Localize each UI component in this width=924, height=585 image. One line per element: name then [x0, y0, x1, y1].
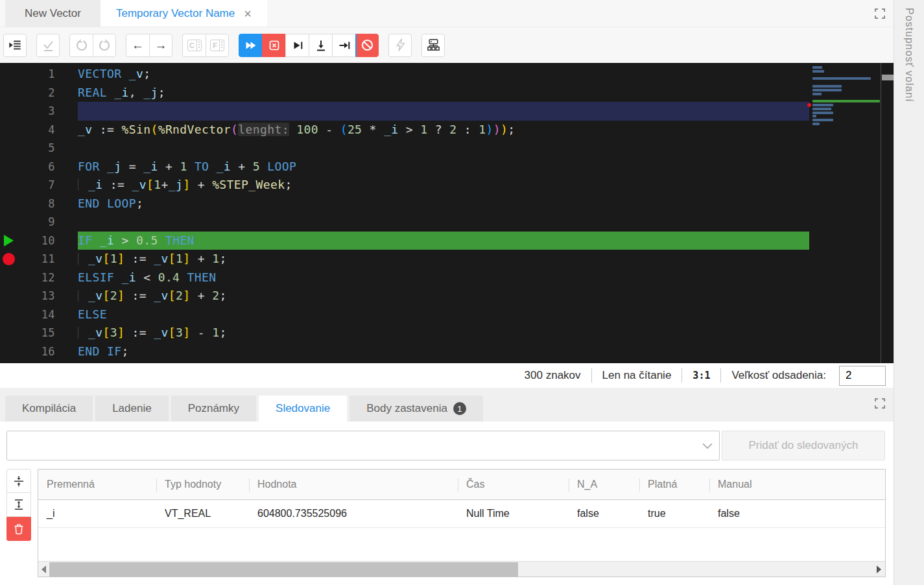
scrollbar-thumb[interactable]	[882, 75, 894, 80]
minimap-line	[812, 100, 880, 102]
delete-watch-button[interactable]	[6, 517, 31, 541]
code-text: _v := %Sin(%RndVector(lenght: 100 - (25 …	[78, 121, 809, 139]
breakpoint-margin[interactable]	[0, 324, 19, 342]
stop-debug-button[interactable]	[262, 34, 285, 57]
code-line-4[interactable]: 4_v := %Sin(%RndVector(lenght: 100 - (25…	[0, 121, 894, 139]
collapse-all-button[interactable]	[6, 469, 31, 493]
table-row[interactable]: _iVT_REAL604800.735525096Null Timefalset…	[38, 500, 885, 528]
watch-table-body: _iVT_REAL604800.735525096Null Timefalset…	[38, 500, 885, 528]
breakpoint-margin[interactable]	[0, 250, 19, 269]
expand-all-icon	[12, 498, 25, 511]
code-line-7[interactable]: 7_i := _v[1+_j] + %STEP_Week;	[0, 176, 894, 195]
debug-group	[239, 34, 379, 57]
tab-ladenie[interactable]: Ladenie	[95, 396, 169, 422]
code-line-14[interactable]: 14ELSE	[0, 305, 894, 324]
tab-body-zastavenia[interactable]: Body zastavenia 1	[349, 396, 483, 422]
expand-all-button[interactable]	[6, 493, 31, 517]
table-cell: false	[569, 500, 639, 527]
step-over-button[interactable]	[285, 34, 309, 57]
scroll-left-icon[interactable]	[41, 566, 46, 573]
breakpoint-margin[interactable]	[0, 287, 19, 305]
scroll-right-icon[interactable]	[877, 566, 881, 573]
tab-poznamky[interactable]: Poznámky	[171, 396, 256, 422]
stop-icon	[268, 39, 281, 52]
fullscreen-icon[interactable]	[874, 398, 886, 409]
trigger-icon	[394, 38, 407, 52]
watch-horizontal-scrollbar[interactable]	[38, 561, 885, 577]
code-line-16[interactable]: 16END IF;	[0, 342, 894, 361]
breakpoint-margin[interactable]	[0, 102, 19, 121]
trigger-button[interactable]	[388, 34, 412, 57]
callstack-sidebar[interactable]: Postupnosť volaní	[894, 0, 924, 585]
editor-toolbar: ← → C F	[0, 27, 894, 63]
close-icon[interactable]: ×	[244, 7, 252, 20]
tab-new-vector[interactable]: New Vector	[5, 0, 101, 27]
watch-expression-input[interactable]	[7, 431, 696, 460]
code-line-1[interactable]: 1VECTOR _v;	[0, 65, 894, 84]
code-line-8[interactable]: 8END LOOP;	[0, 195, 894, 213]
chevron-down-icon[interactable]	[696, 443, 719, 449]
undo-button[interactable]	[69, 34, 93, 57]
code-text	[78, 102, 809, 121]
breakpoint-margin[interactable]	[0, 84, 19, 102]
indent-size-input[interactable]	[839, 366, 886, 386]
breakpoint-margin[interactable]	[0, 158, 19, 176]
step-into-button[interactable]	[309, 34, 332, 57]
continue-button[interactable]	[239, 34, 262, 57]
code-line-2[interactable]: 2REAL _i, _j;	[0, 84, 894, 102]
disable-breakpoints-button[interactable]	[355, 34, 379, 57]
code-line-13[interactable]: 13_v[2] := _v[2] + 2;	[0, 287, 894, 305]
table-cell: false	[709, 500, 882, 527]
breakpoint-margin[interactable]	[0, 195, 19, 213]
code-line-12[interactable]: 12ELSIF _i < 0.4 THEN	[0, 269, 894, 287]
code-text: END LOOP;	[78, 195, 809, 213]
validate-button[interactable]	[36, 34, 60, 57]
add-to-watch-button[interactable]: Pridať do sledovaných	[722, 431, 885, 460]
char-count: 300 znakov	[514, 369, 591, 382]
minimap-line	[812, 77, 871, 80]
step-out-button[interactable]	[332, 34, 355, 57]
code-line-9[interactable]: 9	[0, 213, 894, 232]
code-line-6[interactable]: 6FOR _j = _i + 1 TO _i + 5 LOOP	[0, 158, 894, 176]
tab-temporary-vector-name[interactable]: Temporary Vector Name ×	[101, 0, 267, 27]
breakpoint-margin[interactable]	[0, 176, 19, 195]
breakpoint-margin[interactable]	[0, 65, 19, 84]
breakpoint-icon[interactable]	[3, 253, 15, 265]
collapse-all-icon	[12, 475, 25, 488]
minimap-line	[812, 70, 824, 73]
call-hierarchy-button[interactable]	[421, 34, 445, 57]
breakpoint-margin[interactable]	[0, 139, 19, 158]
code-line-11[interactable]: 11_v[1] := _v[1] + 1;	[0, 250, 894, 269]
navigate-forward-button[interactable]: →	[149, 34, 172, 57]
tab-kompilacia[interactable]: Kompilácia	[5, 396, 93, 422]
code-line-5[interactable]: 5	[0, 139, 894, 158]
editor-vertical-scrollbar[interactable]	[881, 63, 894, 363]
execution-arrow-icon	[4, 235, 14, 246]
line-number: 4	[19, 121, 55, 139]
breakpoint-margin[interactable]	[0, 342, 19, 361]
code-editor[interactable]: 1VECTOR _v;2REAL _i, _j;34_v := %Sin(%Rn…	[0, 63, 894, 363]
full-view-button[interactable]: F	[206, 34, 229, 57]
code-line-15[interactable]: 15_v[3] := _v[3] - 1;	[0, 324, 894, 342]
format-document-button[interactable]	[3, 34, 27, 57]
redo-button[interactable]	[93, 34, 116, 57]
code-line-10[interactable]: 10IF _i > 0.5 THEN	[0, 232, 894, 250]
bottom-panel-header: Kompilácia Ladenie Poznámky Sledovanie B…	[0, 388, 894, 422]
compact-view-button[interactable]: C	[182, 34, 206, 57]
redo-icon	[98, 39, 111, 52]
breakpoint-margin[interactable]	[0, 232, 19, 250]
table-cell: true	[639, 500, 709, 527]
scrollbar-thumb[interactable]	[49, 562, 518, 577]
breakpoint-margin[interactable]	[0, 213, 19, 232]
compact-view-icon: C	[187, 40, 202, 51]
minimap[interactable]	[812, 64, 880, 360]
breakpoint-margin[interactable]	[0, 305, 19, 324]
fullscreen-icon[interactable]	[874, 8, 886, 19]
tab-sledovanie[interactable]: Sledovanie	[259, 396, 347, 422]
breakpoint-margin[interactable]	[0, 269, 19, 287]
line-number: 6	[19, 158, 55, 176]
code-line-3[interactable]: 3	[0, 102, 894, 121]
watch-table: PremennáTyp hodnotyHodnotaČasN_APlatnáMa…	[38, 469, 886, 577]
navigate-back-button[interactable]: ←	[126, 34, 149, 57]
breakpoint-margin[interactable]	[0, 121, 19, 139]
